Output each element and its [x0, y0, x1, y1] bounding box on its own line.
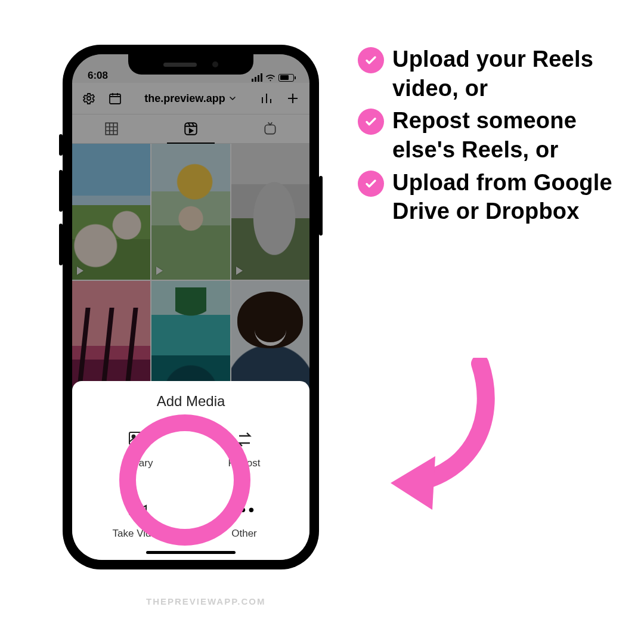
sheet-option-other[interactable]: ••• Other — [191, 498, 298, 540]
sheet-option-label: Repost — [228, 457, 261, 469]
media-grid — [72, 144, 309, 416]
phone-frame: 6:08 the.preview.app — [63, 45, 319, 569]
phone-notch — [128, 54, 253, 75]
sheet-option-label: Library — [122, 457, 153, 469]
repost-icon — [233, 428, 256, 451]
video-icon — [126, 498, 150, 522]
add-media-sheet: Add Media Library Repost — [72, 381, 309, 560]
checklist-text: Repost someone else's Reels, or — [392, 106, 614, 164]
wifi-icon — [265, 74, 275, 82]
phone-side-button — [59, 224, 63, 265]
sheet-option-label: Take Video — [113, 528, 163, 540]
watermark: THEPREVIEWAPP.COM — [146, 596, 265, 606]
check-badge-icon — [358, 47, 384, 73]
sheet-title: Add Media — [72, 393, 309, 410]
phone-screen: 6:08 the.preview.app — [72, 54, 309, 560]
tab-igtv[interactable] — [230, 114, 309, 143]
phone-side-button — [319, 176, 323, 236]
status-time: 6:08 — [88, 70, 108, 82]
battery-icon — [278, 74, 294, 82]
check-badge-icon — [358, 109, 384, 135]
more-icon: ••• — [233, 498, 256, 522]
check-badge-icon — [358, 171, 384, 197]
app-header: the.preview.app — [72, 83, 309, 114]
svg-rect-1 — [110, 94, 120, 104]
content-tabs — [72, 114, 309, 144]
media-thumbnail[interactable] — [231, 144, 309, 280]
checklist-text: Upload from Google Drive or Dropbox — [392, 168, 614, 226]
account-name: the.preview.app — [144, 92, 225, 105]
play-icon — [77, 267, 83, 275]
svg-point-0 — [87, 97, 91, 100]
signal-icon — [252, 73, 262, 82]
svg-rect-6 — [129, 432, 144, 444]
svg-rect-4 — [265, 125, 275, 134]
play-icon — [236, 267, 243, 275]
checklist-item: Repost someone else's Reels, or — [358, 106, 614, 164]
tab-grid[interactable] — [72, 114, 151, 143]
chevron-down-icon — [228, 94, 237, 103]
checklist-item: Upload from Google Drive or Dropbox — [358, 168, 614, 226]
sheet-option-library[interactable]: Library — [84, 428, 191, 469]
account-switcher[interactable]: the.preview.app — [144, 92, 237, 105]
pointer-arrow — [379, 358, 510, 513]
instruction-checklist: Upload your Reels video, or Repost someo… — [358, 45, 614, 230]
tab-reels[interactable] — [151, 114, 231, 143]
svg-rect-8 — [129, 505, 141, 515]
phone-side-button — [59, 134, 63, 156]
checklist-text: Upload your Reels video, or — [392, 45, 614, 103]
svg-rect-3 — [185, 123, 197, 135]
chart-icon[interactable] — [259, 91, 274, 106]
media-thumbnail[interactable] — [72, 144, 150, 280]
checklist-item: Upload your Reels video, or — [358, 45, 614, 103]
sheet-option-take-video[interactable]: Take Video — [84, 498, 191, 540]
calendar-icon[interactable] — [108, 91, 122, 106]
play-icon — [156, 267, 163, 275]
home-indicator — [146, 551, 236, 554]
phone-side-button — [59, 170, 63, 212]
svg-rect-2 — [106, 123, 118, 135]
plus-icon[interactable] — [286, 91, 300, 106]
gear-icon[interactable] — [82, 91, 96, 106]
media-thumbnail[interactable] — [151, 144, 230, 280]
sheet-option-label: Other — [231, 528, 257, 540]
library-icon — [126, 428, 150, 451]
sheet-option-repost[interactable]: Repost — [191, 428, 298, 469]
